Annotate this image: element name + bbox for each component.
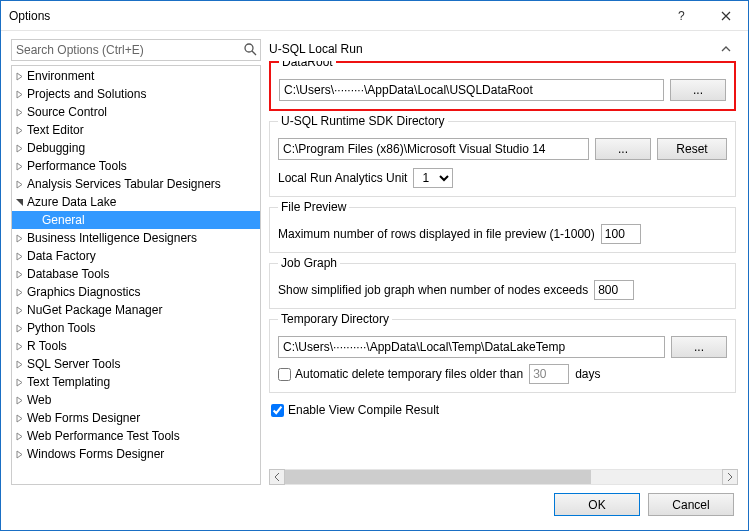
tree-item-label: Azure Data Lake — [27, 195, 116, 209]
tree-expand-icon[interactable] — [14, 125, 25, 136]
tree-item[interactable]: Database Tools — [12, 265, 260, 283]
tree-item[interactable]: Data Factory — [12, 247, 260, 265]
close-button[interactable] — [703, 1, 748, 30]
tree-item[interactable]: Text Editor — [12, 121, 260, 139]
tree-item-label: Text Editor — [27, 123, 84, 137]
temp-dir-browse-button[interactable]: ... — [671, 336, 727, 358]
tree-item[interactable]: Windows Forms Designer — [12, 445, 260, 463]
file-preview-legend: File Preview — [278, 200, 349, 214]
analytics-unit-select[interactable]: 1 — [413, 168, 453, 188]
tree-expand-icon[interactable] — [14, 377, 25, 388]
tree-item-label: Web Forms Designer — [27, 411, 140, 425]
tree-item-label: General — [42, 213, 85, 227]
tree-expand-icon[interactable] — [14, 449, 25, 460]
collapse-section-button[interactable] — [720, 43, 738, 55]
tree-item-label: SQL Server Tools — [27, 357, 120, 371]
tree-expand-icon[interactable] — [14, 323, 25, 334]
titlebar: Options ? — [1, 1, 748, 31]
tree-expand-icon[interactable] — [14, 413, 25, 424]
tree-item-label: Data Factory — [27, 249, 96, 263]
tree-item[interactable]: Business Intelligence Designers — [12, 229, 260, 247]
tree-expand-icon[interactable] — [14, 179, 25, 190]
horizontal-scrollbar[interactable] — [269, 469, 738, 485]
tree-expand-icon[interactable] — [14, 107, 25, 118]
tree-item[interactable]: Web — [12, 391, 260, 409]
job-graph-nodes-input[interactable] — [594, 280, 634, 300]
tree-item-label: Source Control — [27, 105, 107, 119]
tree-expand-icon[interactable] — [14, 431, 25, 442]
tree-expand-icon[interactable] — [14, 359, 25, 370]
scroll-left-button[interactable] — [269, 469, 285, 485]
dataroot-input[interactable] — [279, 79, 664, 101]
file-preview-rows-input[interactable] — [601, 224, 641, 244]
options-dialog: Options ? EnvironmentProjects and Soluti… — [0, 0, 749, 531]
help-icon: ? — [676, 9, 686, 23]
tree-item-label: Debugging — [27, 141, 85, 155]
auto-delete-label-post: days — [575, 367, 600, 381]
tree-item[interactable]: Analysis Services Tabular Designers — [12, 175, 260, 193]
sdk-reset-button[interactable]: Reset — [657, 138, 727, 160]
tree-item[interactable]: Graphics Diagnostics — [12, 283, 260, 301]
tree-item[interactable]: R Tools — [12, 337, 260, 355]
tree-expand-icon[interactable] — [14, 395, 25, 406]
enable-compile-row: Enable View Compile Result — [271, 403, 736, 417]
tree-item[interactable]: Web Forms Designer — [12, 409, 260, 427]
scrollbar-thumb[interactable] — [285, 470, 591, 484]
tree-item-label: R Tools — [27, 339, 67, 353]
tree-expand-icon[interactable] — [14, 233, 25, 244]
analytics-unit-label: Local Run Analytics Unit — [278, 171, 407, 185]
tree-expand-icon[interactable] — [14, 287, 25, 298]
dataroot-legend: DataRoot — [279, 61, 336, 69]
help-button[interactable]: ? — [658, 1, 703, 30]
tree-item[interactable]: Python Tools — [12, 319, 260, 337]
file-preview-label: Maximum number of rows displayed in file… — [278, 227, 595, 241]
tree-expand-icon[interactable] — [14, 251, 25, 262]
tree-expand-icon[interactable] — [14, 161, 25, 172]
tree-item[interactable]: SQL Server Tools — [12, 355, 260, 373]
scrollbar-track[interactable] — [285, 469, 722, 485]
sdk-browse-button[interactable]: ... — [595, 138, 651, 160]
tree-expand-icon[interactable] — [14, 305, 25, 316]
tree-item[interactable]: Web Performance Test Tools — [12, 427, 260, 445]
temp-dir-input[interactable] — [278, 336, 665, 358]
chevron-left-icon — [274, 473, 280, 481]
auto-delete-checkbox[interactable] — [278, 368, 291, 381]
tree-item-label: NuGet Package Manager — [27, 303, 162, 317]
tree-item[interactable]: Environment — [12, 67, 260, 85]
dialog-footer: OK Cancel — [11, 485, 738, 526]
chevron-right-icon — [727, 473, 733, 481]
tree-item[interactable]: Debugging — [12, 139, 260, 157]
chevron-up-icon — [720, 43, 732, 55]
enable-compile-checkbox[interactable] — [271, 404, 284, 417]
cancel-button[interactable]: Cancel — [648, 493, 734, 516]
scroll-right-button[interactable] — [722, 469, 738, 485]
tree-item-label: Performance Tools — [27, 159, 127, 173]
tree-expand-icon[interactable] — [14, 269, 25, 280]
tree-item[interactable]: General — [12, 211, 260, 229]
tree-item-label: Analysis Services Tabular Designers — [27, 177, 221, 191]
tree-expand-icon[interactable] — [14, 143, 25, 154]
auto-delete-row: Automatic delete temporary files older t… — [278, 367, 523, 381]
tree-expand-icon[interactable] — [14, 89, 25, 100]
tree-item[interactable]: Performance Tools — [12, 157, 260, 175]
tree-item-label: Text Templating — [27, 375, 110, 389]
tree-item[interactable]: Source Control — [12, 103, 260, 121]
tree-item[interactable]: Azure Data Lake — [12, 193, 260, 211]
section-heading-row: U-SQL Local Run — [269, 39, 738, 59]
window-title: Options — [9, 9, 658, 23]
options-tree[interactable]: EnvironmentProjects and SolutionsSource … — [11, 65, 261, 485]
search-input[interactable] — [11, 39, 261, 61]
dataroot-browse-button[interactable]: ... — [670, 79, 726, 101]
tree-expand-icon[interactable] — [14, 71, 25, 82]
auto-delete-days-input — [529, 364, 569, 384]
ok-button[interactable]: OK — [554, 493, 640, 516]
tree-item[interactable]: Projects and Solutions — [12, 85, 260, 103]
sdk-group: U-SQL Runtime SDK Directory ... Reset Lo… — [269, 121, 736, 197]
left-column: EnvironmentProjects and SolutionsSource … — [11, 39, 261, 485]
job-graph-legend: Job Graph — [278, 256, 340, 270]
tree-expand-icon[interactable] — [14, 341, 25, 352]
tree-item[interactable]: NuGet Package Manager — [12, 301, 260, 319]
sdk-path-input[interactable] — [278, 138, 589, 160]
tree-collapse-icon[interactable] — [14, 197, 25, 208]
tree-item[interactable]: Text Templating — [12, 373, 260, 391]
